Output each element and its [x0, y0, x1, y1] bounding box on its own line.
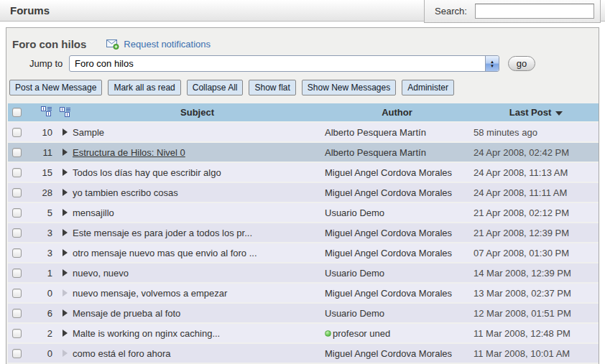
row-checkbox[interactable] [12, 148, 22, 157]
row-checkbox[interactable] [12, 128, 22, 137]
table-row: 28 yo tambien escribo cosas Miguel Angel… [8, 183, 599, 202]
row-checkbox[interactable] [12, 208, 22, 218]
page: Forums Search: Foro con hilos Request no… [0, 0, 605, 364]
table-header-row: Subject Author Last Post [8, 103, 599, 121]
expand-thread-icon[interactable] [63, 209, 68, 216]
author-name: Miguel Angel Cordova Morales [325, 167, 452, 178]
table-row: 6 Mensaje de prueba al foto Usuario Demo… [8, 304, 599, 322]
expand-thread-icon[interactable] [63, 309, 68, 317]
last-post-time: 13 Mar 2008, 02:37 PM [469, 288, 599, 299]
expand-thread-icon[interactable] [63, 330, 68, 337]
row-checkbox[interactable] [12, 248, 22, 258]
last-post-time: 11 Mar 2008, 12:48 PM [469, 328, 599, 339]
go-button[interactable]: go [508, 56, 535, 71]
threads-table: Subject Author Last Post 10 Sample Alber… [8, 103, 599, 364]
select-all-checkbox[interactable] [12, 108, 22, 117]
select-stepper-icon: ▲ ▼ [485, 56, 499, 71]
row-checkbox[interactable] [12, 269, 22, 278]
toolbar-button[interactable]: Show flat [249, 80, 295, 95]
last-post-time: 12 Mar 2008, 01:51 PM [469, 308, 599, 319]
reply-count: 1 [29, 268, 57, 279]
reply-count: 3 [29, 248, 57, 258]
table-row: 2 Malte is working on nginx caching... p… [8, 324, 599, 342]
toolbar: Post a New Message Mark all as read Coll… [9, 80, 460, 95]
table-row: 1 nuevo, nuevo Usuario Demo 14 Mar 2008,… [8, 263, 599, 282]
thread-subject[interactable]: como está el foro ahora [73, 348, 171, 359]
expand-thread-icon[interactable] [63, 229, 68, 236]
reply-count: 11 [29, 147, 57, 158]
sort-descending-icon [555, 111, 563, 116]
thread-subject[interactable]: Estructura de Hilos: Nivel 0 [73, 147, 185, 158]
table-row: 3 otro mensaje nuevo mas que envio al fo… [8, 243, 599, 262]
table-row: 10 Sample Alberto Pesquera Martín 58 min… [8, 123, 599, 141]
expand-thread-icon[interactable] [63, 249, 68, 256]
table-row: 0 como está el foro ahora Miguel Angel C… [8, 344, 599, 363]
forum-title: Foro con hilos [12, 38, 86, 50]
sort-messages-icon[interactable] [41, 106, 52, 117]
thread-subject[interactable]: Malte is working on nginx caching... [73, 328, 220, 339]
search-label: Search: [435, 6, 467, 17]
author-column-header[interactable]: Author [322, 107, 469, 118]
subject-column-header[interactable]: Subject [73, 107, 322, 118]
toolbar-button[interactable]: Administer [402, 80, 454, 95]
row-checkbox[interactable] [12, 289, 22, 298]
reply-count: 5 [29, 207, 57, 218]
last-post-time: 24 Apr 2008, 11:13 AM [469, 167, 599, 178]
expand-thread-icon[interactable] [63, 169, 68, 176]
table-row: 15 Todos los días hay que escribir algo … [8, 163, 599, 182]
last-post-time: 21 Apr 2008, 02:12 PM [469, 207, 599, 218]
forum-panel: Foro con hilos Request notifications Jum… [6, 27, 599, 364]
reply-count: 10 [29, 127, 57, 138]
toolbar-button[interactable]: Post a New Message [9, 80, 102, 95]
expand-thread-icon [63, 350, 68, 357]
expand-thread-icon[interactable] [63, 269, 68, 276]
expand-thread-icon[interactable] [63, 189, 68, 196]
toolbar-button[interactable]: Mark all as read [108, 80, 180, 95]
online-indicator-icon [325, 330, 331, 337]
author-name: Alberto Pesquera Martín [325, 127, 426, 138]
author-name: profesor uned [333, 328, 390, 339]
envelope-plus-icon [106, 39, 119, 50]
author-name: Alberto Pesquera Martín [325, 147, 426, 158]
search-input[interactable] [475, 4, 594, 19]
author-name: Usuario Demo [325, 207, 384, 218]
expand-thread-icon[interactable] [63, 129, 68, 136]
last-post-time: 11 Mar 2008, 10:01 AM [469, 348, 599, 359]
expand-thread-icon[interactable] [63, 149, 68, 156]
thread-subject[interactable]: Sample [73, 127, 104, 138]
thread-subject[interactable]: Mensaje de prueba al foto [73, 308, 180, 319]
toolbar-button[interactable]: Show New Messages [302, 80, 396, 95]
table-row: 3 Este mensaje es para joder a todos los… [8, 223, 599, 242]
reply-count: 0 [29, 288, 57, 299]
thread-subject[interactable]: Este mensaje es para joder a todos los p… [73, 228, 252, 238]
page-title: Forums [10, 4, 50, 17]
search-panel: Search: [424, 0, 601, 23]
thread-subject[interactable]: otro mensaje nuevo mas que envio al foro… [73, 248, 257, 258]
thread-subject[interactable]: mensajillo [73, 207, 114, 218]
author-name: Miguel Angel Cordova Morales [325, 348, 452, 359]
row-checkbox[interactable] [12, 188, 22, 197]
thread-subject[interactable]: Todos los días hay que escribir algo [73, 167, 221, 178]
toolbar-button[interactable]: Collapse All [187, 80, 244, 95]
row-checkbox[interactable] [12, 349, 22, 358]
last-post-time: 58 minutes ago [469, 127, 599, 138]
row-checkbox[interactable] [12, 228, 22, 238]
reply-count: 15 [29, 167, 57, 178]
last-post-time: 21 Apr 2008, 12:39 PM [469, 228, 599, 238]
author-name: Miguel Angel Cordova Morales [325, 248, 452, 258]
forum-select[interactable]: Foro con hilos ▲ ▼ [69, 55, 499, 72]
reply-count: 2 [29, 328, 57, 339]
row-checkbox[interactable] [12, 309, 22, 318]
row-checkbox[interactable] [12, 329, 22, 338]
thread-subject[interactable]: nuevo, nuevo [73, 268, 129, 279]
author-name: Miguel Angel Cordova Morales [325, 228, 452, 238]
last-post-time: 24 Apr 2008, 02:42 PM [469, 147, 599, 158]
reply-count: 3 [29, 228, 57, 238]
thread-subject[interactable]: nuevo mensaje, volvemos a empezar [73, 288, 227, 299]
sort-new-messages-icon[interactable] [60, 107, 71, 118]
last-post-column-header[interactable]: Last Post [469, 107, 599, 118]
thread-subject[interactable]: yo tambien escribo cosas [73, 187, 178, 198]
last-post-time: 07 Apr 2008, 01:30 PM [469, 248, 599, 258]
request-notifications-link[interactable]: Request notifications [124, 39, 211, 50]
row-checkbox[interactable] [12, 168, 22, 177]
